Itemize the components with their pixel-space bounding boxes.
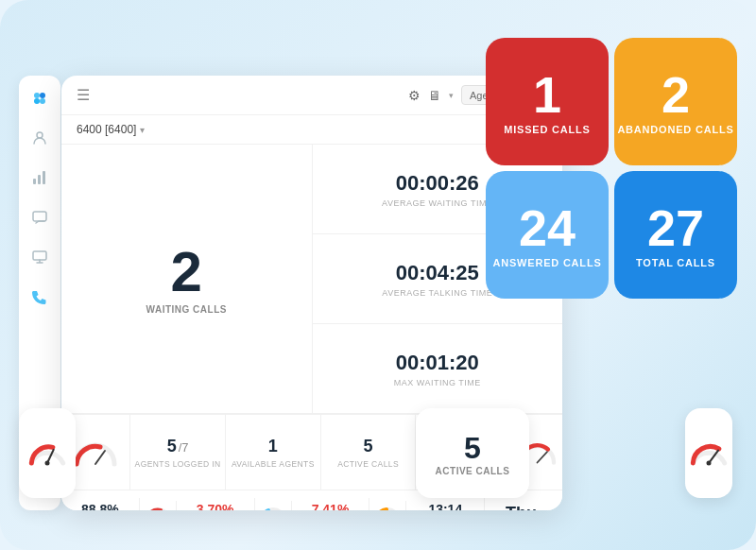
svg-rect-9 xyxy=(33,251,46,260)
avg-waiting-label: AVERAGE WAITING TIME xyxy=(382,198,492,208)
agents-logged-cell: 5 /7 AGENTS LOGGED IN xyxy=(130,415,226,490)
agents-logged-number: 5 xyxy=(167,437,177,456)
time-cell-footer: 13:14 05/13/2021 xyxy=(406,498,485,510)
footer-gauge-3 xyxy=(369,501,406,511)
svg-point-3 xyxy=(40,98,45,104)
sidebar-chat-icon[interactable] xyxy=(28,206,51,229)
active-calls-overlay-card: 5 ACTIVE CALLS xyxy=(416,408,529,498)
footer-gauge-1 xyxy=(140,501,177,511)
metric-cards: 1 MISSED CALLS 2 ABANDONED CALLS 24 ANSW… xyxy=(486,38,737,299)
answered-calls-label: ANSWERED CALLS xyxy=(492,257,601,268)
svg-rect-6 xyxy=(38,175,41,184)
agent-status-icon: ▾ xyxy=(449,91,454,100)
svg-rect-7 xyxy=(43,171,45,184)
day-cell: Thu. xyxy=(485,500,562,510)
sidebar-logo-icon[interactable] xyxy=(28,87,51,110)
svg-point-4 xyxy=(37,132,43,138)
max-waiting-time: 00:01:20 xyxy=(396,351,479,375)
missed-calls-number: 1 xyxy=(533,69,561,120)
svg-point-2 xyxy=(34,98,40,104)
time-display: 13:14 xyxy=(428,502,462,510)
answered-rate-cell: 88.8% ANSWERED RATE xyxy=(61,498,140,510)
answered-calls-number: 24 xyxy=(519,202,576,253)
bottom-right-gauge-card xyxy=(685,408,732,498)
missed-calls-label: MISSED CALLS xyxy=(504,124,591,135)
available-agents-number: 1 xyxy=(268,437,278,456)
missed-calls-card: 1 MISSED CALLS xyxy=(486,38,609,165)
abandoned-calls-label: ABANDONED CALLS xyxy=(617,124,733,135)
total-calls-label: TOTAL CALLS xyxy=(636,257,715,268)
abandon-rate-number: 7.41% xyxy=(312,502,350,510)
extension-dropdown-icon: ▾ xyxy=(140,125,145,135)
waiting-calls-number: 2 xyxy=(171,244,202,301)
svg-point-1 xyxy=(40,93,45,98)
waiting-calls-label: WAITING CALLS xyxy=(146,304,227,315)
missed-rate-number: 3.70% xyxy=(197,502,234,510)
max-waiting-cell: 00:01:20 MAX WAITING TIME xyxy=(313,324,563,413)
sidebar-phone-icon[interactable] xyxy=(28,285,51,308)
answered-rate-number: 88.8% xyxy=(81,502,119,510)
total-calls-number: 27 xyxy=(647,202,704,253)
sidebar-monitor-icon[interactable] xyxy=(28,246,51,268)
settings-icon[interactable]: ⚙ xyxy=(408,88,421,103)
svg-rect-8 xyxy=(33,212,46,221)
sidebar-user-icon[interactable] xyxy=(28,127,51,149)
avg-waiting-time: 00:00:26 xyxy=(396,171,479,196)
waiting-calls-cell: 2 WAITING CALLS xyxy=(61,145,313,413)
sidebar-reports-icon[interactable] xyxy=(28,166,51,189)
active-calls-cell: 5 ACTIVE CALLS xyxy=(321,415,417,490)
active-calls-number: 5 xyxy=(364,437,373,456)
menu-icon[interactable]: ☰ xyxy=(77,86,90,104)
available-agents-label: AVAILABLE AGENTS xyxy=(232,459,315,469)
svg-rect-5 xyxy=(33,179,36,184)
avg-talking-label: AVERAGE TALKING TIME xyxy=(382,288,492,298)
agents-logged-label: AGENTS LOGGED IN xyxy=(135,459,221,469)
abandoned-calls-card: 2 ABANDONED CALLS xyxy=(614,38,737,165)
svg-point-0 xyxy=(34,93,40,98)
day-display: Thu. xyxy=(506,504,541,510)
abandon-rate-cell: 7.41% ABANDON RATE xyxy=(292,498,370,510)
monitor-icon[interactable]: 🖥 xyxy=(428,88,441,103)
svg-line-11 xyxy=(537,452,547,462)
active-calls-overlay-label: ACTIVE CALLS xyxy=(436,466,510,476)
total-calls-card: 27 TOTAL CALLS xyxy=(614,171,737,299)
available-agents-cell: 1 AVAILABLE AGENTS xyxy=(226,415,321,490)
svg-line-10 xyxy=(95,451,105,464)
bottom-left-gauge-card xyxy=(19,408,76,498)
active-calls-overlay-number: 5 xyxy=(464,431,481,466)
abandoned-calls-number: 2 xyxy=(662,69,690,120)
max-waiting-label: MAX WAITING TIME xyxy=(394,378,481,387)
answered-calls-card: 24 ANSWERED CALLS xyxy=(486,171,609,299)
footer-gauge-2 xyxy=(255,501,292,511)
missed-rate-cell: 3.70% MISSED RATE xyxy=(177,498,255,510)
active-calls-label: ACTIVE CALLS xyxy=(337,459,399,469)
avg-talking-time: 00:04:25 xyxy=(396,261,479,285)
